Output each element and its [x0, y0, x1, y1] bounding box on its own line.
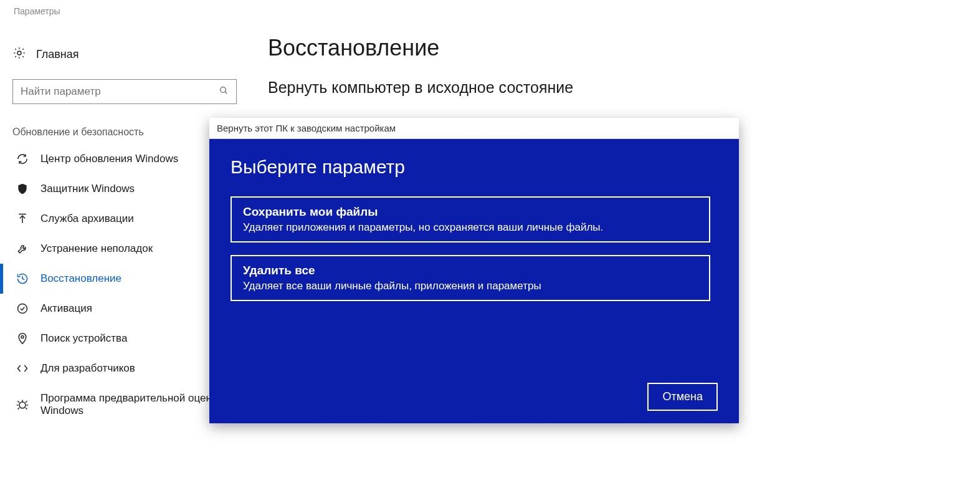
check-circle-icon [16, 302, 29, 315]
sidebar-item-label: Защитник Windows [40, 183, 135, 195]
dialog-body: Выберите параметр Сохранить мои файлы Уд… [209, 139, 739, 423]
svg-point-0 [17, 51, 21, 55]
gear-icon [12, 46, 26, 63]
svg-line-13 [18, 408, 20, 410]
sidebar-item-label: Служба архивации [40, 213, 134, 225]
option-desc: Удаляет все ваши личные файлы, приложени… [243, 280, 698, 292]
sidebar-item-label: Центр обновления Windows [40, 153, 178, 165]
dialog-heading: Выберите параметр [231, 156, 718, 178]
search-input[interactable] [21, 85, 207, 98]
reset-section-title: Вернуть компьютер в исходное состояние [268, 79, 955, 97]
sidebar-item-label: Для разработчиков [40, 362, 135, 375]
svg-line-12 [26, 401, 27, 403]
window-title: Параметры [0, 0, 980, 16]
shield-icon [16, 183, 29, 195]
sidebar-item-label: Поиск устройства [40, 332, 127, 345]
option-keep-files[interactable]: Сохранить мои файлы Удаляет приложения и… [231, 196, 710, 243]
option-title: Сохранить мои файлы [243, 205, 698, 219]
upload-icon [16, 213, 29, 225]
svg-point-1 [221, 87, 226, 93]
sidebar-item-label: Активация [40, 302, 92, 315]
search-icon [219, 85, 229, 98]
option-desc: Удаляет приложения и параметры, но сохра… [243, 221, 698, 234]
sidebar-home-label: Главная [36, 48, 79, 61]
sidebar-item-label: Восстановление [40, 272, 121, 285]
sync-icon [16, 153, 29, 165]
svg-line-14 [26, 408, 27, 410]
sidebar-home[interactable]: Главная [0, 41, 249, 68]
sidebar-item-label: Устранение неполадок [40, 243, 153, 255]
svg-line-11 [18, 401, 20, 403]
svg-point-7 [19, 402, 26, 408]
svg-point-5 [18, 304, 27, 314]
option-title: Удалить все [243, 264, 698, 277]
reset-pc-dialog: Вернуть этот ПК к заводским настройкам В… [209, 118, 739, 423]
dialog-titlebar: Вернуть этот ПК к заводским настройкам [209, 118, 739, 139]
cancel-button[interactable]: Отмена [647, 383, 718, 411]
search-input-wrap[interactable] [12, 79, 237, 104]
wrench-icon [16, 243, 29, 255]
svg-line-2 [225, 92, 227, 94]
option-remove-everything[interactable]: Удалить все Удаляет все ваши личные файл… [231, 255, 710, 301]
code-icon [16, 362, 29, 375]
history-icon [16, 272, 29, 285]
location-icon [16, 332, 29, 345]
svg-point-6 [21, 335, 24, 338]
page-title: Восстановление [268, 35, 955, 61]
bug-icon [16, 398, 29, 411]
